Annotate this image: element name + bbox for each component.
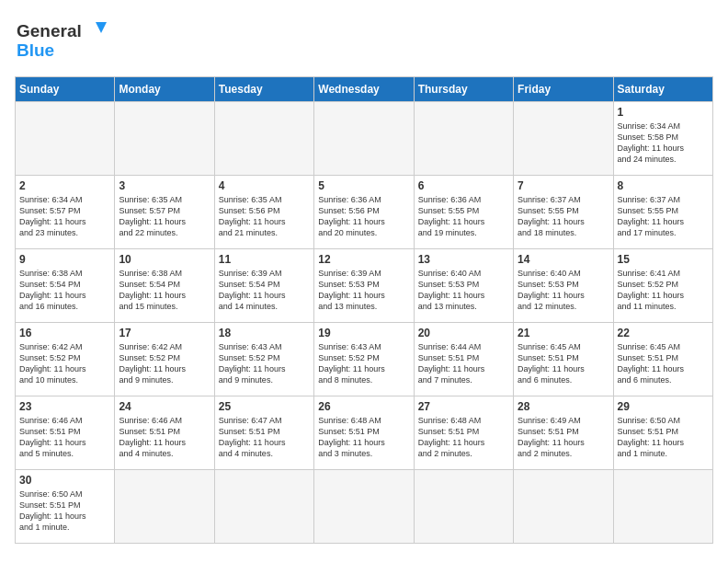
day-info: Sunrise: 6:42 AM Sunset: 5:52 PM Dayligh… [119, 341, 210, 386]
calendar-table: SundayMondayTuesdayWednesdayThursdayFrid… [15, 76, 713, 544]
calendar-cell: 18Sunrise: 6:43 AM Sunset: 5:52 PM Dayli… [214, 323, 313, 396]
calendar-cell: 12Sunrise: 6:39 AM Sunset: 5:53 PM Dayli… [314, 249, 414, 323]
day-info: Sunrise: 6:45 AM Sunset: 5:51 PM Dayligh… [518, 341, 609, 386]
day-info: Sunrise: 6:42 AM Sunset: 5:52 PM Dayligh… [19, 341, 110, 386]
calendar-cell: 9Sunrise: 6:38 AM Sunset: 5:54 PM Daylig… [16, 249, 115, 323]
calendar-cell [16, 102, 115, 176]
calendar-cell: 5Sunrise: 6:36 AM Sunset: 5:56 PM Daylig… [314, 176, 414, 249]
calendar-cell: 13Sunrise: 6:40 AM Sunset: 5:53 PM Dayli… [414, 249, 513, 323]
day-info: Sunrise: 6:43 AM Sunset: 5:52 PM Dayligh… [219, 341, 310, 386]
day-number: 16 [19, 327, 110, 339]
day-number: 12 [318, 253, 409, 266]
day-info: Sunrise: 6:34 AM Sunset: 5:57 PM Dayligh… [19, 194, 110, 239]
calendar-cell: 29Sunrise: 6:50 AM Sunset: 5:51 PM Dayli… [613, 396, 712, 470]
calendar-cell: 15Sunrise: 6:41 AM Sunset: 5:52 PM Dayli… [613, 249, 712, 323]
day-number: 7 [518, 179, 609, 192]
calendar-cell: 3Sunrise: 6:35 AM Sunset: 5:57 PM Daylig… [115, 176, 214, 249]
day-number: 28 [518, 400, 609, 413]
day-number: 6 [418, 179, 509, 192]
day-info: Sunrise: 6:48 AM Sunset: 5:51 PM Dayligh… [418, 415, 509, 460]
calendar-cell: 7Sunrise: 6:37 AM Sunset: 5:55 PM Daylig… [514, 176, 613, 249]
day-number: 1 [618, 106, 709, 119]
calendar-cell: 14Sunrise: 6:40 AM Sunset: 5:53 PM Dayli… [514, 249, 613, 323]
day-info: Sunrise: 6:34 AM Sunset: 5:58 PM Dayligh… [618, 121, 709, 166]
day-number: 2 [19, 179, 110, 192]
day-info: Sunrise: 6:46 AM Sunset: 5:51 PM Dayligh… [19, 415, 110, 460]
day-header-saturday: Saturday [613, 77, 712, 102]
calendar-cell: 30Sunrise: 6:50 AM Sunset: 5:51 PM Dayli… [16, 470, 115, 544]
day-number: 23 [19, 400, 110, 413]
day-header-monday: Monday [115, 77, 214, 102]
day-info: Sunrise: 6:44 AM Sunset: 5:51 PM Dayligh… [418, 341, 509, 386]
day-info: Sunrise: 6:38 AM Sunset: 5:54 PM Dayligh… [19, 268, 110, 313]
calendar-cell [314, 470, 414, 544]
day-header-thursday: Thursday [414, 77, 513, 102]
day-number: 26 [318, 400, 409, 413]
calendar-cell: 27Sunrise: 6:48 AM Sunset: 5:51 PM Dayli… [414, 396, 513, 470]
day-number: 25 [219, 400, 310, 413]
calendar-cell: 17Sunrise: 6:42 AM Sunset: 5:52 PM Dayli… [115, 323, 214, 396]
day-info: Sunrise: 6:45 AM Sunset: 5:51 PM Dayligh… [618, 341, 709, 386]
calendar-cell: 24Sunrise: 6:46 AM Sunset: 5:51 PM Dayli… [115, 396, 214, 470]
logo: General Blue [15, 15, 116, 65]
calendar-cell [115, 470, 214, 544]
day-info: Sunrise: 6:40 AM Sunset: 5:53 PM Dayligh… [518, 268, 609, 313]
calendar-cell: 16Sunrise: 6:42 AM Sunset: 5:52 PM Dayli… [16, 323, 115, 396]
calendar-cell: 22Sunrise: 6:45 AM Sunset: 5:51 PM Dayli… [613, 323, 712, 396]
day-header-friday: Friday [514, 77, 613, 102]
calendar-cell [314, 102, 414, 176]
logo-svg: General Blue [15, 15, 116, 65]
day-info: Sunrise: 6:43 AM Sunset: 5:52 PM Dayligh… [318, 341, 409, 386]
calendar-cell: 19Sunrise: 6:43 AM Sunset: 5:52 PM Dayli… [314, 323, 414, 396]
day-number: 29 [618, 400, 709, 413]
calendar-cell: 10Sunrise: 6:38 AM Sunset: 5:54 PM Dayli… [115, 249, 214, 323]
day-info: Sunrise: 6:48 AM Sunset: 5:51 PM Dayligh… [318, 415, 409, 460]
calendar-cell: 25Sunrise: 6:47 AM Sunset: 5:51 PM Dayli… [214, 396, 313, 470]
day-header-wednesday: Wednesday [314, 77, 414, 102]
day-number: 24 [119, 400, 210, 413]
calendar-cell: 6Sunrise: 6:36 AM Sunset: 5:55 PM Daylig… [414, 176, 513, 249]
day-info: Sunrise: 6:37 AM Sunset: 5:55 PM Dayligh… [618, 194, 709, 239]
calendar-cell [414, 102, 513, 176]
calendar-cell: 21Sunrise: 6:45 AM Sunset: 5:51 PM Dayli… [514, 323, 613, 396]
calendar-cell [214, 102, 313, 176]
day-info: Sunrise: 6:40 AM Sunset: 5:53 PM Dayligh… [418, 268, 509, 313]
calendar-cell [414, 470, 513, 544]
calendar-cell: 11Sunrise: 6:39 AM Sunset: 5:54 PM Dayli… [214, 249, 313, 323]
day-info: Sunrise: 6:49 AM Sunset: 5:51 PM Dayligh… [518, 415, 609, 460]
day-number: 13 [418, 253, 509, 266]
day-number: 19 [318, 327, 409, 339]
day-info: Sunrise: 6:50 AM Sunset: 5:51 PM Dayligh… [19, 488, 110, 534]
calendar-cell [514, 102, 613, 176]
calendar-cell: 20Sunrise: 6:44 AM Sunset: 5:51 PM Dayli… [414, 323, 513, 396]
calendar-cell: 1Sunrise: 6:34 AM Sunset: 5:58 PM Daylig… [613, 102, 712, 176]
calendar-cell: 8Sunrise: 6:37 AM Sunset: 5:55 PM Daylig… [613, 176, 712, 249]
day-number: 21 [518, 327, 609, 339]
day-header-sunday: Sunday [16, 77, 115, 102]
day-info: Sunrise: 6:39 AM Sunset: 5:53 PM Dayligh… [318, 268, 409, 313]
day-number: 15 [618, 253, 709, 266]
svg-text:General: General [17, 21, 82, 40]
day-number: 27 [418, 400, 509, 413]
calendar-cell [214, 470, 313, 544]
day-info: Sunrise: 6:36 AM Sunset: 5:55 PM Dayligh… [418, 194, 509, 239]
day-info: Sunrise: 6:35 AM Sunset: 5:57 PM Dayligh… [119, 194, 210, 239]
day-number: 20 [418, 327, 509, 339]
day-number: 9 [19, 253, 110, 266]
day-info: Sunrise: 6:47 AM Sunset: 5:51 PM Dayligh… [219, 415, 310, 460]
day-info: Sunrise: 6:35 AM Sunset: 5:56 PM Dayligh… [219, 194, 310, 239]
day-number: 18 [219, 327, 310, 339]
day-number: 30 [19, 474, 110, 487]
day-number: 11 [219, 253, 310, 266]
day-number: 22 [618, 327, 709, 339]
calendar-cell: 26Sunrise: 6:48 AM Sunset: 5:51 PM Dayli… [314, 396, 414, 470]
svg-text:Blue: Blue [17, 40, 54, 60]
day-info: Sunrise: 6:46 AM Sunset: 5:51 PM Dayligh… [119, 415, 210, 460]
day-number: 10 [119, 253, 210, 266]
day-number: 5 [318, 179, 409, 192]
calendar-cell [514, 470, 613, 544]
day-number: 14 [518, 253, 609, 266]
day-number: 3 [119, 179, 210, 192]
day-number: 17 [119, 327, 210, 339]
day-info: Sunrise: 6:37 AM Sunset: 5:55 PM Dayligh… [518, 194, 609, 239]
